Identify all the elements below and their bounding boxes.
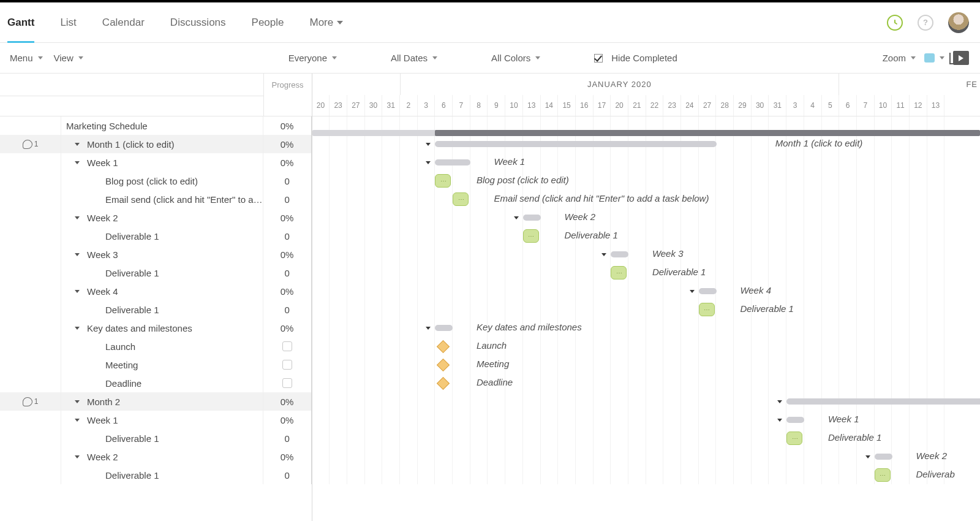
milestone-checkbox[interactable] (282, 341, 292, 351)
task-progress: 0% (263, 323, 311, 333)
collapse-toggle-icon[interactable] (75, 400, 80, 403)
timeline-pane[interactable]: JANUARY 2020 FE 202327303123678910131415… (312, 74, 980, 521)
gantt-bar[interactable] (699, 288, 717, 294)
clock-icon[interactable] (887, 15, 903, 31)
tab-list[interactable]: List (60, 3, 76, 42)
comment-icon[interactable] (23, 397, 32, 406)
timeline-row: Blog post (click to edit) (312, 172, 980, 190)
timeline-body[interactable]: Month 1 (click to edit)Week 1Blog post (… (312, 116, 980, 484)
milestone-icon[interactable] (437, 359, 450, 371)
gantt-bar[interactable] (786, 398, 980, 405)
collapse-toggle-icon[interactable] (75, 161, 80, 164)
collapse-toggle-icon[interactable] (75, 143, 80, 146)
gantt-bar[interactable] (875, 454, 892, 460)
present-button[interactable] (953, 51, 969, 65)
color-dropdown[interactable] (924, 53, 944, 63)
task-row[interactable]: 1Month 20% (0, 392, 312, 411)
task-row[interactable]: Email send (click and hit "Enter" to a…0 (0, 190, 312, 208)
collapse-toggle-icon[interactable] (777, 419, 782, 422)
filter-label: All Colors (491, 53, 530, 63)
avatar[interactable] (948, 12, 969, 33)
day-column: 9 (488, 95, 505, 116)
chevron-down-icon (911, 56, 916, 59)
task-row[interactable]: Deadline (0, 374, 312, 392)
tab-label: More (310, 17, 334, 29)
tab-discussions[interactable]: Discussions (170, 3, 226, 42)
task-label: Month 2 (87, 397, 120, 407)
collapse-toggle-icon[interactable] (514, 216, 519, 219)
milestone-icon[interactable] (437, 340, 450, 353)
task-bar[interactable] (786, 432, 802, 445)
colors-filter[interactable]: All Colors (491, 53, 540, 63)
collapse-toggle-icon[interactable] (601, 253, 606, 256)
task-row[interactable]: Key dates and milestones0% (0, 319, 312, 337)
milestone-checkbox[interactable] (282, 360, 292, 370)
task-row[interactable]: Deliverable 10 (0, 227, 312, 245)
milestone-checkbox[interactable] (282, 378, 292, 388)
collapse-toggle-icon[interactable] (75, 327, 80, 330)
collapse-toggle-icon[interactable] (75, 419, 80, 422)
task-rows: Marketing Schedule 0% 1Month 1 (click to… (0, 116, 312, 484)
day-column: 29 (734, 95, 752, 116)
collapse-toggle-icon[interactable] (690, 290, 695, 293)
task-bar[interactable] (611, 266, 627, 280)
task-row[interactable]: Meeting (0, 356, 312, 374)
task-row[interactable]: Deliverable 10 (0, 466, 312, 484)
gantt-bar[interactable] (523, 215, 541, 221)
zoom-dropdown[interactable]: Zoom (883, 53, 916, 63)
collapse-toggle-icon[interactable] (426, 143, 431, 146)
task-bar[interactable] (453, 192, 469, 206)
collapse-toggle-icon[interactable] (777, 400, 782, 403)
collapse-toggle-icon[interactable] (426, 327, 431, 330)
tab-people[interactable]: People (252, 3, 284, 42)
collapse-toggle-icon[interactable] (75, 455, 80, 458)
tab-more[interactable]: More (310, 3, 344, 42)
task-row[interactable]: Deliverable 10 (0, 429, 312, 447)
project-row[interactable]: Marketing Schedule 0% (0, 116, 312, 135)
day-column: 2 (400, 95, 418, 116)
task-bar[interactable] (699, 303, 715, 316)
tab-label: People (252, 17, 284, 29)
task-row[interactable]: Week 10% (0, 411, 312, 429)
task-row[interactable]: Deliverable 10 (0, 300, 312, 319)
gantt-bar[interactable] (611, 251, 628, 257)
collapse-toggle-icon[interactable] (75, 290, 80, 293)
month-label: JANUARY 2020 (401, 74, 839, 95)
task-bar[interactable] (523, 229, 539, 243)
task-bar[interactable] (875, 468, 891, 482)
chevron-down-icon (940, 56, 944, 59)
task-row[interactable]: Blog post (click to edit)0 (0, 172, 312, 190)
task-bar[interactable] (435, 174, 451, 188)
hide-completed-checkbox[interactable]: Hide Completed (594, 53, 677, 63)
bar-label: Week 2 (916, 451, 947, 461)
task-row[interactable]: Week 10% (0, 153, 312, 172)
comment-icon[interactable] (23, 140, 32, 149)
task-row[interactable]: Week 20% (0, 447, 312, 466)
collapse-toggle-icon[interactable] (75, 216, 80, 219)
dates-filter[interactable]: All Dates (391, 53, 437, 63)
help-icon[interactable]: ? (918, 15, 933, 31)
collapse-toggle-icon[interactable] (865, 455, 870, 458)
task-row[interactable]: 1Month 1 (click to edit)0% (0, 135, 312, 153)
task-row[interactable]: Deliverable 10 (0, 264, 312, 282)
day-column: 10 (505, 95, 523, 116)
gantt-bar[interactable] (435, 325, 453, 331)
gantt-bar[interactable] (435, 141, 716, 147)
timeline-row: Deliverable 1 (312, 264, 980, 282)
everyone-filter[interactable]: Everyone (288, 53, 337, 63)
task-row[interactable]: Launch (0, 337, 312, 356)
task-row[interactable]: Week 30% (0, 245, 312, 264)
task-row[interactable]: Week 20% (0, 208, 312, 227)
tab-gantt[interactable]: Gantt (7, 3, 34, 42)
task-label: Deliverable 1 (105, 305, 159, 315)
task-row[interactable]: Week 40% (0, 282, 312, 300)
day-column: 12 (910, 95, 927, 116)
collapse-toggle-icon[interactable] (426, 161, 431, 164)
gantt-bar[interactable] (786, 417, 804, 423)
view-dropdown[interactable]: View (54, 53, 83, 63)
tab-calendar[interactable]: Calendar (102, 3, 145, 42)
gantt-bar[interactable] (435, 159, 470, 165)
milestone-icon[interactable] (437, 377, 450, 390)
menu-dropdown[interactable]: Menu (10, 53, 43, 63)
collapse-toggle-icon[interactable] (75, 253, 80, 256)
